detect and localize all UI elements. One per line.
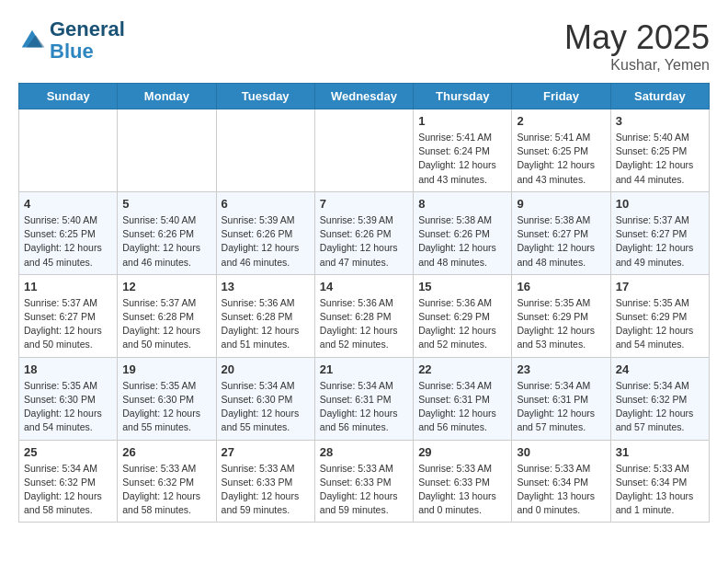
calendar-table: SundayMondayTuesdayWednesdayThursdayFrid…: [18, 83, 710, 523]
day-info: Sunrise: 5:33 AM Sunset: 6:34 PM Dayligh…: [517, 462, 605, 518]
calendar-cell: 13Sunrise: 5:36 AM Sunset: 6:28 PM Dayli…: [216, 274, 314, 357]
calendar-cell: 20Sunrise: 5:34 AM Sunset: 6:30 PM Dayli…: [216, 357, 314, 440]
day-number: 24: [616, 362, 704, 376]
calendar-cell: 7Sunrise: 5:39 AM Sunset: 6:26 PM Daylig…: [314, 191, 413, 274]
day-header-thursday: Thursday: [414, 84, 512, 109]
day-number: 10: [616, 197, 704, 211]
day-info: Sunrise: 5:40 AM Sunset: 6:25 PM Dayligh…: [616, 131, 704, 187]
day-info: Sunrise: 5:35 AM Sunset: 6:29 PM Dayligh…: [616, 296, 704, 352]
calendar-cell: 1Sunrise: 5:41 AM Sunset: 6:24 PM Daylig…: [414, 109, 512, 192]
calendar-cell: 11Sunrise: 5:37 AM Sunset: 6:27 PM Dayli…: [19, 274, 118, 357]
calendar-cell: 12Sunrise: 5:37 AM Sunset: 6:28 PM Dayli…: [118, 274, 216, 357]
day-info: Sunrise: 5:34 AM Sunset: 6:32 PM Dayligh…: [24, 462, 112, 518]
day-number: 1: [418, 114, 506, 128]
title-block: May 2025 Kushar, Yemen: [564, 18, 710, 74]
day-info: Sunrise: 5:36 AM Sunset: 6:28 PM Dayligh…: [320, 296, 408, 352]
day-info: Sunrise: 5:41 AM Sunset: 6:25 PM Dayligh…: [517, 131, 605, 187]
calendar-cell: 9Sunrise: 5:38 AM Sunset: 6:27 PM Daylig…: [512, 191, 610, 274]
day-info: Sunrise: 5:38 AM Sunset: 6:27 PM Dayligh…: [517, 213, 605, 270]
day-info: Sunrise: 5:33 AM Sunset: 6:34 PM Dayligh…: [616, 462, 704, 518]
day-info: Sunrise: 5:33 AM Sunset: 6:33 PM Dayligh…: [418, 462, 506, 518]
logo: General Blue: [18, 18, 125, 63]
day-header-friday: Friday: [512, 84, 610, 109]
logo-text: General Blue: [50, 18, 125, 63]
calendar-cell: 29Sunrise: 5:33 AM Sunset: 6:33 PM Dayli…: [414, 440, 512, 523]
calendar-cell: 6Sunrise: 5:39 AM Sunset: 6:26 PM Daylig…: [216, 191, 314, 274]
day-info: Sunrise: 5:35 AM Sunset: 6:30 PM Dayligh…: [122, 379, 210, 435]
calendar-cell: 4Sunrise: 5:40 AM Sunset: 6:25 PM Daylig…: [19, 191, 118, 274]
day-number: 14: [320, 280, 408, 293]
day-number: 28: [320, 445, 408, 459]
day-number: 13: [222, 280, 310, 293]
day-info: Sunrise: 5:35 AM Sunset: 6:29 PM Dayligh…: [517, 296, 605, 352]
calendar-cell: [118, 109, 216, 192]
week-row-4: 18Sunrise: 5:35 AM Sunset: 6:30 PM Dayli…: [19, 357, 710, 440]
day-number: 3: [616, 114, 704, 128]
day-number: 21: [320, 362, 408, 376]
day-info: Sunrise: 5:34 AM Sunset: 6:32 PM Dayligh…: [616, 379, 704, 435]
month-title: May 2025: [564, 18, 710, 57]
day-number: 22: [418, 362, 506, 376]
calendar-cell: 5Sunrise: 5:40 AM Sunset: 6:26 PM Daylig…: [118, 191, 216, 274]
calendar-cell: 21Sunrise: 5:34 AM Sunset: 6:31 PM Dayli…: [314, 357, 413, 440]
day-info: Sunrise: 5:34 AM Sunset: 6:31 PM Dayligh…: [320, 379, 408, 435]
day-info: Sunrise: 5:36 AM Sunset: 6:28 PM Dayligh…: [222, 296, 310, 352]
calendar-cell: 8Sunrise: 5:38 AM Sunset: 6:26 PM Daylig…: [414, 191, 512, 274]
day-info: Sunrise: 5:37 AM Sunset: 6:28 PM Dayligh…: [122, 296, 210, 352]
calendar-cell: 17Sunrise: 5:35 AM Sunset: 6:29 PM Dayli…: [610, 274, 709, 357]
calendar-cell: 25Sunrise: 5:34 AM Sunset: 6:32 PM Dayli…: [19, 440, 118, 523]
calendar-cell: 31Sunrise: 5:33 AM Sunset: 6:34 PM Dayli…: [610, 440, 709, 523]
day-number: 17: [616, 280, 704, 293]
calendar-cell: 16Sunrise: 5:35 AM Sunset: 6:29 PM Dayli…: [512, 274, 610, 357]
week-row-5: 25Sunrise: 5:34 AM Sunset: 6:32 PM Dayli…: [19, 440, 710, 523]
day-info: Sunrise: 5:37 AM Sunset: 6:27 PM Dayligh…: [24, 296, 112, 352]
day-info: Sunrise: 5:36 AM Sunset: 6:29 PM Dayligh…: [418, 296, 506, 352]
calendar-cell: 26Sunrise: 5:33 AM Sunset: 6:32 PM Dayli…: [118, 440, 216, 523]
day-number: 27: [222, 445, 310, 459]
day-number: 23: [517, 362, 605, 376]
day-info: Sunrise: 5:33 AM Sunset: 6:33 PM Dayligh…: [222, 462, 310, 518]
day-info: Sunrise: 5:34 AM Sunset: 6:31 PM Dayligh…: [517, 379, 605, 435]
header-row: SundayMondayTuesdayWednesdayThursdayFrid…: [19, 84, 710, 109]
day-info: Sunrise: 5:37 AM Sunset: 6:27 PM Dayligh…: [616, 213, 704, 270]
day-info: Sunrise: 5:40 AM Sunset: 6:25 PM Dayligh…: [24, 213, 112, 270]
day-number: 7: [320, 197, 408, 211]
day-number: 12: [122, 280, 210, 293]
calendar-cell: 14Sunrise: 5:36 AM Sunset: 6:28 PM Dayli…: [314, 274, 413, 357]
day-number: 16: [517, 280, 605, 293]
day-number: 19: [122, 362, 210, 376]
calendar-cell: 27Sunrise: 5:33 AM Sunset: 6:33 PM Dayli…: [216, 440, 314, 523]
day-number: 20: [222, 362, 310, 376]
day-info: Sunrise: 5:38 AM Sunset: 6:26 PM Dayligh…: [418, 213, 506, 270]
day-header-monday: Monday: [118, 84, 216, 109]
day-number: 2: [517, 114, 605, 128]
day-number: 25: [24, 445, 112, 459]
calendar-cell: [19, 109, 118, 192]
day-header-wednesday: Wednesday: [314, 84, 413, 109]
calendar-cell: 19Sunrise: 5:35 AM Sunset: 6:30 PM Dayli…: [118, 357, 216, 440]
calendar-cell: 10Sunrise: 5:37 AM Sunset: 6:27 PM Dayli…: [610, 191, 709, 274]
day-info: Sunrise: 5:33 AM Sunset: 6:32 PM Dayligh…: [122, 462, 210, 518]
day-info: Sunrise: 5:41 AM Sunset: 6:24 PM Dayligh…: [418, 131, 506, 187]
week-row-1: 1Sunrise: 5:41 AM Sunset: 6:24 PM Daylig…: [19, 109, 710, 192]
logo-icon: [18, 27, 46, 54]
day-info: Sunrise: 5:39 AM Sunset: 6:26 PM Dayligh…: [222, 213, 310, 270]
calendar-cell: 23Sunrise: 5:34 AM Sunset: 6:31 PM Dayli…: [512, 357, 610, 440]
calendar-cell: [314, 109, 413, 192]
day-info: Sunrise: 5:33 AM Sunset: 6:33 PM Dayligh…: [320, 462, 408, 518]
day-number: 4: [24, 197, 112, 211]
calendar-cell: 22Sunrise: 5:34 AM Sunset: 6:31 PM Dayli…: [414, 357, 512, 440]
week-row-2: 4Sunrise: 5:40 AM Sunset: 6:25 PM Daylig…: [19, 191, 710, 274]
calendar-cell: 28Sunrise: 5:33 AM Sunset: 6:33 PM Dayli…: [314, 440, 413, 523]
calendar-cell: 30Sunrise: 5:33 AM Sunset: 6:34 PM Dayli…: [512, 440, 610, 523]
location: Kushar, Yemen: [564, 57, 710, 74]
day-number: 9: [517, 197, 605, 211]
day-number: 15: [418, 280, 506, 293]
week-row-3: 11Sunrise: 5:37 AM Sunset: 6:27 PM Dayli…: [19, 274, 710, 357]
day-info: Sunrise: 5:34 AM Sunset: 6:31 PM Dayligh…: [418, 379, 506, 435]
day-info: Sunrise: 5:39 AM Sunset: 6:26 PM Dayligh…: [320, 213, 408, 270]
calendar-cell: 18Sunrise: 5:35 AM Sunset: 6:30 PM Dayli…: [19, 357, 118, 440]
day-info: Sunrise: 5:34 AM Sunset: 6:30 PM Dayligh…: [222, 379, 310, 435]
calendar-cell: [216, 109, 314, 192]
day-number: 6: [222, 197, 310, 211]
